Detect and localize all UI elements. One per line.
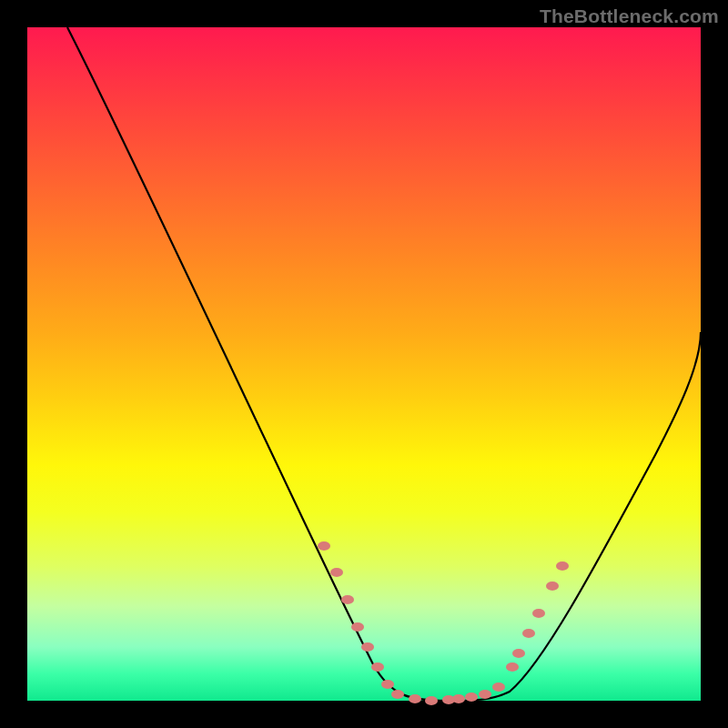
- data-point: [465, 693, 478, 702]
- data-point: [351, 622, 364, 632]
- data-point: [330, 568, 343, 577]
- data-point: [479, 690, 491, 699]
- data-point: [318, 541, 330, 551]
- watermark-text: TheBottleneck.com: [540, 5, 719, 27]
- data-point: [546, 581, 559, 591]
- data-point: [512, 649, 525, 658]
- data-point: [425, 696, 438, 705]
- data-point: [341, 595, 354, 604]
- data-point: [522, 629, 535, 638]
- data-point: [556, 561, 569, 571]
- data-point: [532, 609, 545, 618]
- data-point: [391, 690, 404, 699]
- data-point: [381, 680, 394, 689]
- bottleneck-curve: [67, 27, 701, 701]
- data-point: [452, 694, 465, 703]
- data-point: [409, 694, 421, 703]
- data-point: [371, 662, 384, 672]
- data-point: [361, 642, 374, 652]
- data-point: [492, 682, 505, 692]
- data-point: [506, 662, 519, 672]
- curve-layer: [27, 27, 701, 701]
- chart-frame: TheBottleneck.com: [0, 0, 728, 728]
